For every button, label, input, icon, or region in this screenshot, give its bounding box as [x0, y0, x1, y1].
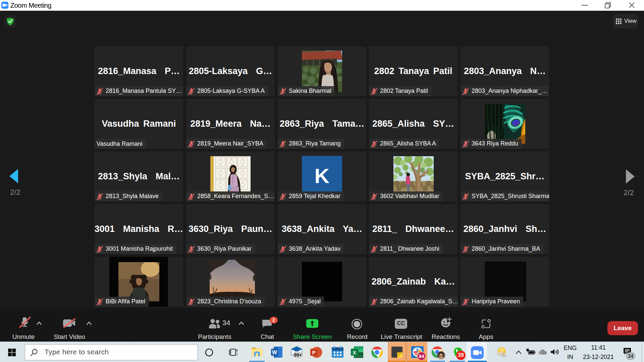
svg-text:W: W	[272, 350, 277, 355]
svg-text:99+: 99+	[294, 352, 302, 358]
svg-text:X: X	[353, 350, 356, 355]
svg-text:P: P	[312, 350, 315, 355]
